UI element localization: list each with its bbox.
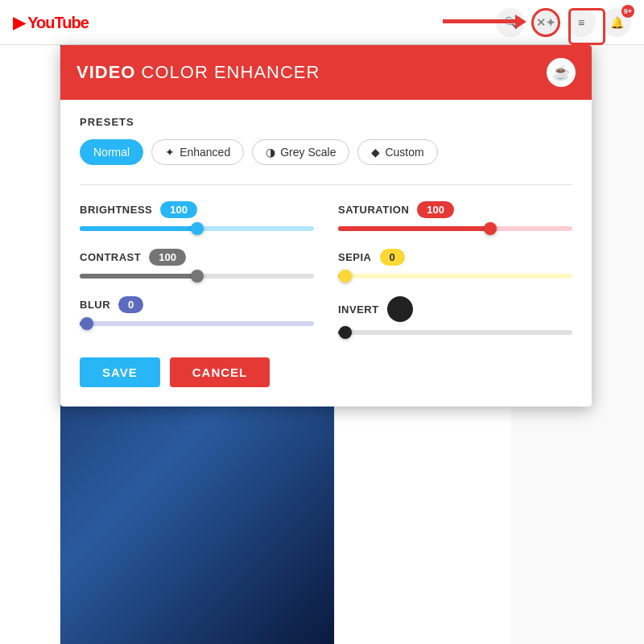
- brightness-label-row: BRIGHTNESS 100: [80, 201, 314, 218]
- blur-track: [80, 321, 314, 326]
- topbar-icons: 🔍 ✕✦ ≡ 🔔 9+: [496, 8, 631, 37]
- invert-thumb[interactable]: [339, 326, 352, 339]
- sepia-slider-wrap[interactable]: [338, 274, 572, 279]
- blur-slider-wrap[interactable]: [80, 321, 314, 326]
- brightness-control: BRIGHTNESS 100: [80, 201, 314, 234]
- enhanced-icon: ✦: [165, 146, 175, 159]
- cancel-button[interactable]: CANCEL: [170, 357, 270, 387]
- blur-label-row: BLUR 0: [80, 296, 314, 313]
- color-enhancer-popup: VIDEO COLOR ENHANCER ☕ PRESETS Normal ✦ …: [60, 45, 592, 407]
- invert-label: INVERT: [338, 303, 379, 316]
- sepia-track: [338, 274, 572, 279]
- preset-normal-button[interactable]: Normal: [80, 139, 143, 165]
- brightness-label: BRIGHTNESS: [80, 204, 152, 216]
- popup-title-rest: COLOR ENHANCER: [142, 62, 320, 82]
- contrast-label: CONTRAST: [80, 251, 141, 263]
- blur-badge: 0: [118, 296, 143, 313]
- preset-custom-label: Custom: [385, 146, 423, 159]
- left-nav: [0, 45, 60, 644]
- preset-enhanced-button[interactable]: ✦ Enhanced: [151, 139, 244, 165]
- popup-body: PRESETS Normal ✦ Enhanced ◑ Grey Scale ◆…: [60, 100, 592, 407]
- saturation-badge: 100: [417, 201, 454, 218]
- notification-badge: 9+: [621, 5, 634, 18]
- action-row: SAVE CANCEL: [80, 357, 572, 390]
- header-cup-icon: ☕: [547, 58, 576, 87]
- divider: [80, 184, 572, 185]
- topbar: ▶ YouTube 🔍 ✕✦ ≡ 🔔 9+: [0, 0, 644, 45]
- sepia-label: SEPIA: [338, 251, 372, 263]
- saturation-fill: [338, 226, 490, 231]
- sepia-thumb[interactable]: [339, 270, 352, 283]
- contrast-fill: [80, 274, 197, 279]
- popup-title: VIDEO COLOR ENHANCER: [76, 62, 320, 83]
- youtube-logo: ▶ YouTube: [13, 13, 89, 32]
- brightness-badge: 100: [160, 201, 197, 218]
- sepia-badge: 0: [380, 249, 405, 266]
- brightness-slider-wrap[interactable]: [80, 226, 314, 231]
- invert-label-row: INVERT: [338, 296, 572, 322]
- presets-label: PRESETS: [80, 116, 572, 128]
- blur-thumb[interactable]: [80, 317, 93, 330]
- invert-control: INVERT: [338, 296, 572, 338]
- saturation-slider-wrap[interactable]: [338, 226, 572, 231]
- preset-normal-label: Normal: [93, 146, 130, 159]
- user-topbar-button[interactable]: ≡: [567, 8, 596, 37]
- bell-wrap: 🔔 9+: [602, 8, 631, 37]
- invert-track: [338, 330, 572, 335]
- arrow-head: [515, 14, 526, 29]
- preset-greyscale-label: Grey Scale: [280, 146, 336, 159]
- brightness-thumb[interactable]: [191, 222, 204, 235]
- contrast-label-row: CONTRAST 100: [80, 249, 314, 266]
- popup-title-video: VIDEO: [76, 62, 135, 82]
- saturation-control: SATURATION 100: [338, 201, 572, 234]
- saturation-label: SATURATION: [338, 204, 409, 216]
- blur-label: BLUR: [80, 299, 110, 311]
- custom-icon: ◆: [371, 146, 380, 159]
- greyscale-icon: ◑: [266, 146, 275, 159]
- arrow-line: [443, 19, 515, 23]
- contrast-control: CONTRAST 100: [80, 249, 314, 282]
- red-arrow: [443, 14, 526, 29]
- brightness-fill: [80, 226, 197, 231]
- contrast-thumb[interactable]: [191, 270, 204, 283]
- preset-enhanced-label: Enhanced: [180, 146, 230, 159]
- contrast-slider-wrap[interactable]: [80, 274, 314, 279]
- saturation-thumb[interactable]: [484, 222, 497, 235]
- saturation-label-row: SATURATION 100: [338, 201, 572, 218]
- invert-slider-wrap[interactable]: [338, 330, 572, 335]
- blur-control: BLUR 0: [80, 296, 314, 338]
- sepia-control: SEPIA 0: [338, 249, 572, 282]
- save-button[interactable]: SAVE: [80, 357, 160, 387]
- invert-circle: [387, 296, 413, 322]
- sepia-label-row: SEPIA 0: [338, 249, 572, 266]
- popup-header: VIDEO COLOR ENHANCER ☕: [60, 45, 592, 100]
- contrast-badge: 100: [149, 249, 186, 266]
- preset-greyscale-button[interactable]: ◑ Grey Scale: [252, 139, 349, 165]
- extension-icon-button[interactable]: ✕✦: [531, 8, 560, 37]
- controls-grid: BRIGHTNESS 100 SATURATION 100: [80, 201, 572, 338]
- preset-custom-button[interactable]: ◆ Custom: [357, 139, 437, 165]
- presets-row: Normal ✦ Enhanced ◑ Grey Scale ◆ Custom: [80, 139, 572, 165]
